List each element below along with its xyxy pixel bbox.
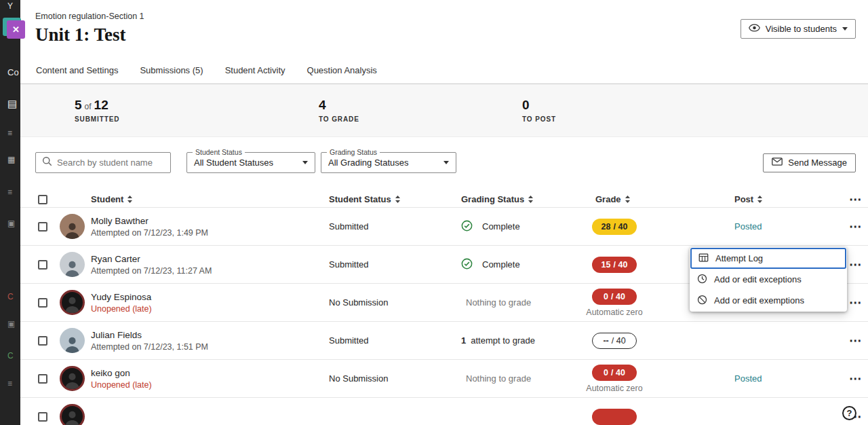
tab[interactable]: Content and Settings [35, 65, 119, 84]
chevron-down-icon [443, 161, 449, 164]
column-header-student[interactable]: Student [91, 194, 329, 204]
grading-status-select[interactable]: Grading Status All Grading Statuses [321, 152, 456, 173]
rail-fragment: Y [7, 1, 13, 11]
rail-fragment: ▦ [7, 155, 15, 164]
grade-cell: 28 / 40 [582, 219, 647, 235]
student-status-cell: Submitted [329, 259, 461, 270]
tab[interactable]: Question Analysis [307, 65, 378, 84]
student-name: Julian Fields [91, 330, 329, 340]
student-cell [91, 415, 329, 418]
envelope-icon [772, 158, 783, 168]
row-overflow-menu-button[interactable]: ⋯ [844, 219, 868, 234]
column-label: Post [734, 194, 753, 204]
stat-to-post: 0 TO POST [522, 98, 556, 123]
rail-fragment: ▣ [7, 319, 15, 329]
attempt-info: Unopened (late) [91, 304, 329, 314]
grade-total: / 40 [614, 222, 628, 232]
student-search [35, 152, 171, 173]
clock-icon [697, 274, 707, 286]
visibility-dropdown-button[interactable]: Visible to students [741, 19, 856, 39]
table-row[interactable]: Julian Fields Attempted on 7/12/23, 1:51… [20, 322, 868, 360]
grade-pill[interactable]: 28 / 40 [592, 219, 637, 235]
to-post-count: 0 [522, 98, 530, 113]
menu-item-exceptions[interactable]: Add or edit exceptions [690, 269, 846, 290]
avatar [60, 252, 85, 277]
column-header-grading-status[interactable]: Grading Status [461, 194, 576, 204]
table-body: Molly Bawther Attempted on 7/12/23, 1:49… [20, 208, 868, 425]
grade-pill[interactable]: -- / 40 [592, 333, 637, 349]
row-checkbox[interactable] [38, 222, 47, 232]
search-icon [42, 156, 52, 169]
column-header-student-status[interactable]: Student Status [329, 194, 461, 204]
grading-status-select-label: Grading Status [327, 148, 380, 156]
student-cell: Yudy Espinosa Unopened (late) [91, 292, 329, 314]
grading-status-text: Complete [482, 221, 520, 232]
tab[interactable]: Submissions (5) [139, 65, 203, 84]
send-message-button[interactable]: Send Message [763, 153, 856, 172]
table-overflow-menu-button[interactable]: ⋯ [844, 191, 868, 207]
student-name: Ryan Carter [91, 254, 329, 264]
rail-fragment: ▤ [7, 98, 17, 110]
menu-item-exemptions[interactable]: Add or edit exemptions [690, 290, 846, 311]
attempt-log-icon [698, 253, 709, 265]
grade-cell: -- / 40 [582, 333, 647, 349]
tab[interactable]: Student Activity [224, 65, 286, 84]
row-overflow-menu-button[interactable]: ⋯ [844, 295, 868, 310]
row-overflow-menu-button[interactable]: ⋯ [844, 333, 868, 348]
attempt-info: Attempted on 7/12/23, 1:49 PM [91, 228, 329, 238]
table-row[interactable]: Molly Bawther Attempted on 7/12/23, 1:49… [20, 208, 868, 246]
post-status: Posted [696, 373, 837, 384]
row-checkbox[interactable] [38, 298, 47, 308]
menu-item-attempt-log[interactable]: Attempt Log [690, 248, 846, 269]
row-overflow-menu-button[interactable]: ⋯ [844, 257, 868, 272]
automatic-zero-label: Automatic zero [586, 308, 642, 317]
table-row[interactable]: ⋯ [20, 398, 868, 425]
row-checkbox[interactable] [38, 260, 47, 270]
row-checkbox[interactable] [38, 412, 47, 422]
grading-status-text: attempt to grade [471, 335, 535, 346]
row-checkbox[interactable] [38, 374, 47, 384]
sort-icon [757, 195, 763, 204]
rail-fragment: ▣ [7, 219, 15, 228]
grading-status-cell: Nothing to grade [461, 297, 576, 308]
help-button[interactable]: ? [842, 406, 856, 420]
app-root: Y Co ▤ ≡ ▦ ≡ ▣ C ▣ C ≡ ✕ Emotion regulat… [0, 0, 868, 425]
page-title: Unit 1: Test [35, 24, 856, 45]
grade-pill[interactable]: 15 / 40 [592, 257, 637, 273]
student-name: keiko gon [91, 368, 329, 378]
column-label: Student Status [329, 194, 391, 204]
column-header-post[interactable]: Post [696, 194, 837, 204]
table-row[interactable]: keiko gon Unopened (late) No Submission … [20, 360, 868, 398]
student-status-cell: No Submission [329, 373, 461, 384]
grade-score: 0 [604, 292, 608, 301]
grading-status-text: Nothing to grade [466, 373, 531, 384]
grade-pill[interactable]: 0 / 40 [592, 289, 637, 305]
sort-icon [528, 195, 534, 204]
grading-status-cell: Complete [461, 258, 576, 272]
tab-label: Question Analysis [307, 65, 377, 75]
grade-cell: 15 / 40 [582, 257, 647, 273]
chevron-down-icon [302, 161, 308, 164]
grade-pill[interactable]: 0 / 40 [592, 365, 637, 381]
menu-item-label: Add or edit exemptions [714, 295, 804, 306]
select-all-checkbox[interactable] [38, 195, 47, 204]
grade-cell: 0 / 40 Automatic zero [582, 289, 647, 317]
send-message-label: Send Message [788, 158, 847, 168]
row-overflow-menu-button[interactable]: ⋯ [844, 371, 868, 386]
stat-of-label: of [85, 102, 92, 111]
grade-score: -- [603, 336, 608, 346]
stat-to-grade: 4 TO GRADE [319, 98, 522, 123]
column-header-grade[interactable]: Grade [595, 194, 696, 204]
table-header-row: Student Student Status Grading Status Gr… [20, 191, 868, 208]
grade-pill[interactable] [592, 409, 637, 425]
grading-status-cell: Complete [461, 220, 576, 234]
left-rail: Y Co ▤ ≡ ▦ ≡ ▣ C ▣ C ≡ [0, 0, 20, 425]
assessment-panel: Emotion regulation-Section 1 Unit 1: Tes… [20, 0, 868, 425]
breadcrumb: Emotion regulation-Section 1 [35, 12, 856, 21]
student-status-select[interactable]: Student Status All Student Statuses [186, 152, 315, 173]
search-input[interactable] [57, 158, 164, 168]
avatar [60, 214, 85, 239]
tab-bar: Content and Settings Submissions (5) Stu… [20, 61, 868, 84]
close-panel-button[interactable]: ✕ [7, 20, 25, 39]
row-checkbox[interactable] [38, 336, 47, 346]
